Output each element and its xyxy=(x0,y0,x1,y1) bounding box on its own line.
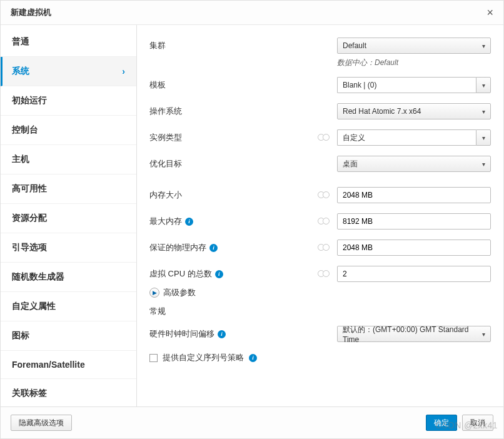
sidebar-item-tags[interactable]: 关联标签 xyxy=(1,379,136,406)
row-optimize: 优化目标 桌面 ▾ xyxy=(149,156,503,172)
clock-offset-label: 硬件时钟时间偏移 xyxy=(149,328,214,340)
link-icon xyxy=(317,270,331,278)
sidebar-item-label: 自定义属性 xyxy=(12,301,56,312)
guaranteed-input[interactable] xyxy=(337,240,491,256)
info-icon[interactable]: i xyxy=(218,330,226,338)
sidebar-item-label: 资源分配 xyxy=(12,213,47,224)
vcpu-input[interactable] xyxy=(337,266,491,282)
os-select[interactable]: Red Hat Atomic 7.x x64 ▾ xyxy=(337,103,491,119)
row-os: 操作系统 Red Hat Atomic 7.x x64 ▾ xyxy=(149,103,503,119)
instance-type-select[interactable]: 自定义 ▾ xyxy=(337,129,491,146)
cluster-label: 集群 xyxy=(149,40,306,51)
sidebar-item-label: 主机 xyxy=(12,154,29,165)
expand-icon: ▶ xyxy=(149,288,159,298)
chevron-down-icon[interactable]: ▾ xyxy=(476,129,491,146)
template-value: Blank | (0) xyxy=(343,81,376,89)
os-label: 操作系统 xyxy=(149,106,306,117)
dialog-footer: 隐藏高级选项 确定 取消 xyxy=(1,406,503,438)
sidebar-item-system[interactable]: 系统 › xyxy=(1,57,136,86)
cancel-button[interactable]: 取消 xyxy=(462,415,493,431)
sidebar-item-icon[interactable]: 图标 xyxy=(1,321,136,351)
advanced-params-label: 高级参数 xyxy=(163,287,196,298)
sidebar-item-label: 图标 xyxy=(12,330,29,341)
sidebar-item-general[interactable]: 普通 xyxy=(1,28,136,57)
sidebar-item-label: 随机数生成器 xyxy=(12,271,64,283)
sidebar-item-console[interactable]: 控制台 xyxy=(1,116,136,145)
vcpu-label: 虚拟 CPU 的总数 xyxy=(149,268,212,280)
sidebar-item-foreman[interactable]: Foreman/Satellite xyxy=(1,351,136,379)
row-max-memory: 最大内存 i xyxy=(149,213,503,230)
sidebar-item-label: 控制台 xyxy=(12,124,38,136)
cluster-value: Default xyxy=(343,41,366,50)
sidebar-item-boot-options[interactable]: 引导选项 xyxy=(1,233,136,263)
info-icon[interactable]: i xyxy=(249,354,257,362)
guaranteed-label: 保证的物理内存 xyxy=(149,242,206,253)
row-guaranteed-memory: 保证的物理内存 i xyxy=(149,240,503,256)
row-cluster: 集群 Default ▾ xyxy=(149,38,503,54)
row-vcpu: 虚拟 CPU 的总数 i xyxy=(149,266,503,282)
sidebar-item-label: 引导选项 xyxy=(12,242,47,253)
serial-policy-label: 提供自定义序列号策略 xyxy=(163,352,244,363)
optimize-select[interactable]: 桌面 ▾ xyxy=(337,156,491,172)
maxmem-label: 最大内存 xyxy=(149,216,182,227)
link-icon xyxy=(317,133,331,142)
clock-offset-select[interactable]: 默认的：(GMT+00:00) GMT Standard Time ▾ xyxy=(337,326,491,342)
dialog-title: 新建虚拟机 xyxy=(11,7,51,18)
datacenter-text: 数据中心：Default xyxy=(337,58,503,68)
chevron-down-icon: ▾ xyxy=(482,331,485,338)
info-icon[interactable]: i xyxy=(209,244,218,252)
link-icon xyxy=(317,217,331,226)
row-serial-policy: 提供自定义序列号策略 i xyxy=(149,352,503,363)
memsize-label: 内存大小 xyxy=(149,189,182,201)
sidebar-item-custom-properties[interactable]: 自定义属性 xyxy=(1,292,136,321)
sidebar-item-label: 初始运行 xyxy=(12,95,47,106)
link-icon xyxy=(317,191,331,199)
sidebar-item-label: Foreman/Satellite xyxy=(12,360,85,370)
optimize-value: 桌面 xyxy=(343,159,358,169)
chevron-down-icon[interactable]: ▾ xyxy=(476,77,491,93)
general-section-title: 常规 xyxy=(149,306,503,317)
close-icon[interactable]: × xyxy=(486,7,493,18)
chevron-down-icon: ▾ xyxy=(482,161,485,168)
sidebar-item-resource-allocation[interactable]: 资源分配 xyxy=(1,204,136,233)
sidebar-item-high-availability[interactable]: 高可用性 xyxy=(1,174,136,204)
ok-button[interactable]: 确定 xyxy=(426,415,457,431)
optimize-label: 优化目标 xyxy=(149,158,306,169)
row-clock-offset: 硬件时钟时间偏移 i 默认的：(GMT+00:00) GMT Standard … xyxy=(149,326,503,342)
row-memory-size: 内存大小 xyxy=(149,187,503,203)
chevron-right-icon: › xyxy=(122,66,125,76)
sidebar-item-label: 普通 xyxy=(12,36,29,48)
template-select[interactable]: Blank | (0) ▾ xyxy=(337,77,491,93)
chevron-down-icon: ▾ xyxy=(482,108,485,115)
sidebar-item-host[interactable]: 主机 xyxy=(1,145,136,174)
instance-type-label: 实例类型 xyxy=(149,132,306,143)
dialog: 新建虚拟机 × 普通 系统 › 初始运行 控制台 主机 高可用性 xyxy=(0,0,504,439)
cluster-select[interactable]: Default ▾ xyxy=(337,38,491,54)
sidebar-item-label: 高可用性 xyxy=(12,183,47,194)
sidebar-item-label: 关联标签 xyxy=(12,388,47,399)
hide-advanced-button[interactable]: 隐藏高级选项 xyxy=(11,415,72,431)
sidebar-item-rng[interactable]: 随机数生成器 xyxy=(1,263,136,292)
link-icon xyxy=(317,243,331,252)
memsize-input[interactable] xyxy=(337,187,491,203)
sidebar-item-initial-run[interactable]: 初始运行 xyxy=(1,86,136,116)
sidebar-item-label: 系统 xyxy=(12,66,29,77)
info-icon[interactable]: i xyxy=(215,270,223,278)
row-instance-type: 实例类型 自定义 ▾ xyxy=(149,129,503,146)
dialog-body: 普通 系统 › 初始运行 控制台 主机 高可用性 资源分配 引导选项 xyxy=(1,25,503,406)
advanced-params-toggle[interactable]: ▶ 高级参数 xyxy=(149,287,196,298)
os-value: Red Hat Atomic 7.x x64 xyxy=(343,107,421,116)
info-icon[interactable]: i xyxy=(185,218,193,226)
sidebar: 普通 系统 › 初始运行 控制台 主机 高可用性 资源分配 引导选项 xyxy=(1,25,137,406)
row-template: 模板 Blank | (0) ▾ xyxy=(149,77,503,93)
template-label: 模板 xyxy=(149,79,306,91)
content-panel: 集群 Default ▾ 数据中心：Default 模板 Blank | (0) xyxy=(137,25,503,406)
serial-policy-checkbox[interactable] xyxy=(149,354,158,362)
clock-offset-value: 默认的：(GMT+00:00) GMT Standard Time xyxy=(343,325,482,344)
dialog-header: 新建虚拟机 × xyxy=(1,1,503,25)
instance-type-value: 自定义 xyxy=(343,133,365,143)
maxmem-input[interactable] xyxy=(337,213,491,230)
chevron-down-icon: ▾ xyxy=(482,43,485,49)
